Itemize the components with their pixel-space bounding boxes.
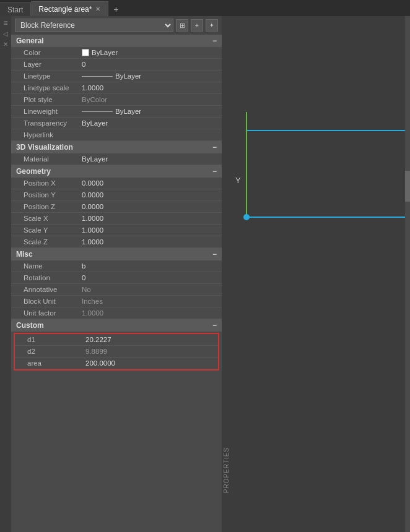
tab-close-icon[interactable]: ✕ [95, 6, 100, 12]
prop-label-d2: d2 [15, 348, 83, 355]
header-btn-grid[interactable]: ⊞ [176, 19, 188, 32]
prop-row-transparency[interactable]: Transparency ByLayer [11, 118, 222, 129]
prop-label-d1: d1 [15, 336, 83, 343]
left-icon-2[interactable]: ◁ [1, 29, 10, 38]
prop-label-pos-z: Position Z [11, 203, 79, 210]
prop-value-name: b [79, 262, 222, 270]
prop-value-unit-factor: 1.0000 [79, 309, 222, 317]
prop-value-color: ByLayer [79, 49, 222, 57]
properties-content[interactable]: General − Color ByLayer Layer 0 Linetype… [11, 35, 222, 532]
prop-value-area: 200.0000 [83, 359, 218, 367]
prop-row-scale-y[interactable]: Scale Y 1.0000 [11, 225, 222, 236]
prop-value-scale-x: 1.0000 [79, 215, 222, 222]
section-header-geometry[interactable]: Geometry − [11, 165, 222, 178]
prop-value-linetype-scale: 1.0000 [79, 84, 222, 92]
prop-row-rotation[interactable]: Rotation 0 [11, 272, 222, 284]
section-collapse-misc[interactable]: − [212, 250, 217, 259]
prop-row-color[interactable]: Color ByLayer [11, 47, 222, 59]
prop-label-scale-z: Scale Z [11, 238, 79, 246]
prop-value-material: ByLayer [79, 155, 222, 163]
prop-value-pos-z: 0.0000 [79, 203, 222, 210]
prop-value-rotation: 0 [79, 274, 222, 281]
color-swatch-white [82, 49, 89, 56]
section-header-misc[interactable]: Misc − [11, 248, 222, 260]
prop-value-linetype: ByLayer [79, 72, 222, 80]
block-reference-dropdown[interactable]: Block Reference [15, 19, 173, 32]
prop-row-plot-style[interactable]: Plot style ByColor [11, 94, 222, 106]
left-toolbar: ≡ ◁ ✕ [0, 16, 11, 532]
prop-row-unit-factor[interactable]: Unit factor 1.0000 [11, 307, 222, 319]
prop-label-layer: Layer [11, 61, 79, 68]
prop-label-pos-x: Position X [11, 179, 79, 187]
section-header-custom[interactable]: Custom − [11, 319, 222, 332]
prop-label-pos-y: Position Y [11, 191, 79, 199]
drawing-area[interactable]: X Y PROPERTIES [222, 16, 410, 532]
prop-row-hyperlink[interactable]: Hyperlink [11, 129, 222, 141]
tab-rectangle-area[interactable]: Rectangle area* ✕ [31, 1, 108, 16]
section-label-general: General [16, 36, 44, 45]
tab-start-label: Start [7, 6, 23, 14]
section-label-custom: Custom [16, 321, 44, 330]
prop-row-scale-x[interactable]: Scale X 1.0000 [11, 213, 222, 225]
prop-label-plot-style: Plot style [11, 96, 79, 103]
prop-label-color: Color [11, 49, 79, 56]
v-scrollbar-thumb[interactable] [405, 171, 410, 202]
header-btn-add[interactable]: + [191, 19, 203, 32]
prop-row-name[interactable]: Name b [11, 260, 222, 272]
section-header-general[interactable]: General − [11, 35, 222, 47]
left-icon-3[interactable]: ✕ [1, 40, 10, 48]
header-btn-filter[interactable]: ✦ [206, 19, 218, 32]
section-collapse-general[interactable]: − [212, 36, 217, 45]
prop-row-linetype[interactable]: Linetype ByLayer [11, 71, 222, 82]
tab-add-button[interactable]: + [108, 2, 123, 16]
prop-row-area[interactable]: area 200.0000 [15, 358, 218, 369]
section-label-3d-viz: 3D Visualization [16, 143, 73, 152]
rectangle-shape [246, 131, 410, 217]
section-label-misc: Misc [16, 250, 33, 259]
prop-label-transparency: Transparency [11, 119, 79, 127]
left-icon-1[interactable]: ≡ [1, 19, 10, 27]
prop-value-plot-style: ByColor [79, 96, 222, 103]
prop-row-pos-x[interactable]: Position X 0.0000 [11, 178, 222, 189]
tab-bar: Start Rectangle area* ✕ + [0, 0, 410, 16]
prop-label-annotative: Annotative [11, 286, 79, 293]
prop-label-linetype: Linetype [11, 72, 79, 80]
prop-row-annotative[interactable]: Annotative No [11, 284, 222, 296]
properties-header: Block Reference ⊞ + ✦ [11, 16, 222, 35]
prop-value-layer: 0 [79, 61, 222, 68]
properties-panel: Block Reference ⊞ + ✦ General − Color By… [11, 16, 222, 532]
prop-label-material: Material [11, 155, 79, 163]
section-header-3d-viz[interactable]: 3D Visualization − [11, 141, 222, 153]
canvas-content: X Y [222, 16, 410, 532]
prop-value-pos-y: 0.0000 [79, 191, 222, 199]
properties-sidebar: PROPERTIES [222, 408, 232, 532]
prop-value-lineweight: ByLayer [79, 108, 222, 115]
prop-row-d2[interactable]: d2 9.8899 [15, 346, 218, 358]
section-collapse-3d-viz[interactable]: − [212, 143, 217, 152]
prop-label-lineweight: Lineweight [11, 108, 79, 115]
prop-label-scale-y: Scale Y [11, 226, 79, 234]
prop-label-linetype-scale: Linetype scale [11, 84, 79, 92]
line-indicator-linetype [82, 76, 113, 77]
prop-row-scale-z[interactable]: Scale Z 1.0000 [11, 236, 222, 248]
properties-vertical-label: PROPERTIES [223, 447, 230, 493]
prop-row-material[interactable]: Material ByLayer [11, 153, 222, 165]
prop-label-unit-factor: Unit factor [11, 309, 79, 317]
prop-label-rotation: Rotation [11, 274, 79, 281]
v-scrollbar[interactable] [405, 16, 410, 532]
section-collapse-geometry[interactable]: − [212, 167, 217, 176]
prop-row-pos-y[interactable]: Position Y 0.0000 [11, 189, 222, 201]
prop-row-pos-z[interactable]: Position Z 0.0000 [11, 201, 222, 213]
tab-start[interactable]: Start [0, 2, 31, 16]
prop-row-linetype-scale[interactable]: Linetype scale 1.0000 [11, 82, 222, 94]
prop-label-area: area [15, 359, 83, 367]
prop-row-layer[interactable]: Layer 0 [11, 59, 222, 71]
prop-value-transparency: ByLayer [79, 119, 222, 127]
prop-label-hyperlink: Hyperlink [11, 131, 79, 139]
prop-row-lineweight[interactable]: Lineweight ByLayer [11, 106, 222, 118]
prop-row-d1[interactable]: d1 20.2227 [15, 334, 218, 346]
section-collapse-custom[interactable]: − [212, 321, 217, 330]
prop-value-scale-z: 1.0000 [79, 238, 222, 246]
tab-rectangle-label: Rectangle area* [38, 5, 92, 14]
prop-row-block-unit[interactable]: Block Unit Inches [11, 296, 222, 307]
